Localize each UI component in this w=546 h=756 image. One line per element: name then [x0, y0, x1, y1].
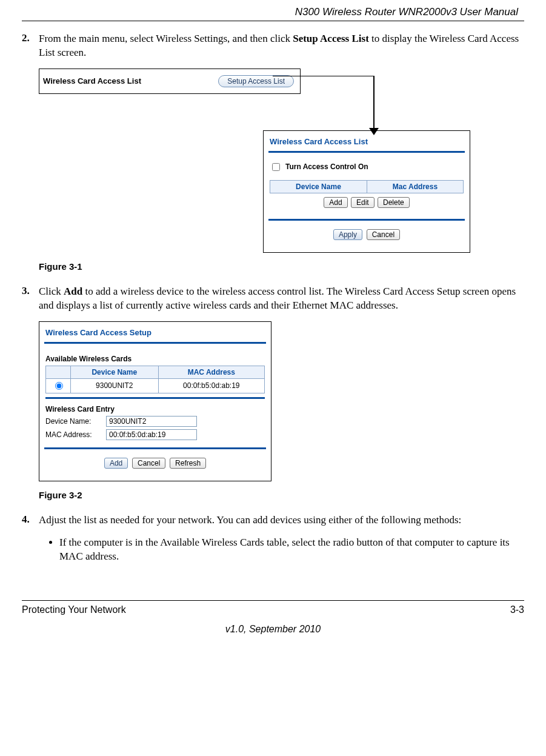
list-item: If the computer is in the Available Wire…	[59, 536, 524, 564]
footer-left: Protecting Your Network	[22, 604, 126, 615]
footer-row: Protecting Your Network 3-3	[22, 604, 524, 615]
step-2-text-a: From the main menu, select Wireless Sett…	[39, 33, 293, 44]
add-button[interactable]: Add	[324, 197, 347, 208]
available-cards-table: Device Name MAC Address 9300UNIT2 00:0f:…	[45, 366, 265, 393]
footer-right: 3-3	[510, 604, 524, 615]
step-3-body: Click Add to add a wireless device to th…	[39, 285, 524, 313]
access-list-bar: Wireless Card Access List Setup Access L…	[39, 69, 301, 94]
dialog-divider	[268, 219, 465, 221]
dialog-divider	[45, 397, 265, 399]
apply-button[interactable]: Apply	[333, 229, 362, 240]
doc-title: N300 Wireless Router WNR2000v3 User Manu…	[22, 6, 524, 18]
step-4-bullets: If the computer is in the Available Wire…	[59, 536, 524, 564]
available-cards-header: Available Wireless Cards	[45, 355, 265, 363]
figure-3-1-caption: Figure 3-1	[39, 261, 524, 272]
cell-device-name: 9300UNIT2	[71, 378, 159, 393]
arrow-head-icon	[369, 128, 379, 135]
step-3-num: 3.	[22, 285, 39, 313]
footer-rule	[22, 600, 524, 601]
step-3-text-b: to add a wireless device to the wireless…	[39, 286, 516, 311]
step-3-text-a: Click	[39, 286, 64, 297]
arrow-horizontal	[273, 76, 373, 77]
step-3-bold: Add	[64, 286, 82, 297]
th-mac-address: MAC Address	[158, 366, 264, 378]
turn-access-control-checkbox[interactable]	[272, 163, 280, 171]
setup-access-list-button[interactable]: Setup Access List	[218, 75, 294, 87]
th-device-name: Device Name	[270, 180, 367, 193]
arrow-vertical	[373, 76, 375, 129]
th-device-name: Device Name	[71, 366, 159, 378]
access-list-dialog: Wireless Card Access List Turn Access Co…	[263, 130, 470, 253]
step-2-body: From the main menu, select Wireless Sett…	[39, 32, 524, 60]
access-list-table: Device Name Mac Address	[270, 180, 464, 193]
device-name-label: Device Name:	[45, 417, 106, 426]
step-2-num: 2.	[22, 32, 39, 60]
step-4-num: 4.	[22, 513, 39, 527]
header-rule	[22, 21, 524, 21]
mac-address-label: MAC Address:	[45, 430, 106, 439]
footer-center: v1.0, September 2010	[22, 624, 524, 635]
access-setup-dialog: Wireless Card Access Setup Available Wir…	[39, 321, 271, 481]
arrow-graphic	[39, 94, 524, 132]
delete-button[interactable]: Delete	[378, 197, 410, 208]
refresh-button[interactable]: Refresh	[170, 458, 206, 469]
step-2: 2. From the main menu, select Wireless S…	[22, 32, 524, 60]
step-2-bold: Setup Access List	[293, 33, 369, 44]
edit-button[interactable]: Edit	[351, 197, 375, 208]
device-name-input[interactable]	[106, 416, 197, 427]
th-mac-address: Mac Address	[367, 180, 463, 193]
th-radio	[46, 366, 71, 378]
card-radio[interactable]	[55, 382, 63, 390]
card-entry-header: Wireless Card Entry	[45, 405, 265, 413]
step-4: 4. Adjust the list as needed for your ne…	[22, 513, 524, 527]
cancel-button[interactable]: Cancel	[367, 229, 400, 240]
access-list-dialog-title: Wireless Card Access List	[264, 131, 470, 151]
step-4-body: Adjust the list as needed for your netwo…	[39, 513, 524, 527]
figure-3-2: Wireless Card Access Setup Available Wir…	[39, 321, 524, 481]
add-button[interactable]: Add	[104, 458, 128, 469]
figure-3-1: Wireless Card Access List Setup Access L…	[39, 69, 524, 253]
turn-access-control-label: Turn Access Control On	[285, 162, 368, 171]
cell-mac-address: 00:0f:b5:0d:ab:19	[158, 378, 264, 393]
table-row: 9300UNIT2 00:0f:b5:0d:ab:19	[46, 378, 265, 393]
cancel-button[interactable]: Cancel	[132, 458, 165, 469]
step-3: 3. Click Add to add a wireless device to…	[22, 285, 524, 313]
dialog-divider	[44, 447, 266, 449]
figure-3-2-caption: Figure 3-2	[39, 490, 524, 500]
access-list-bar-label: Wireless Card Access List	[43, 76, 141, 85]
mac-address-input[interactable]	[106, 429, 197, 440]
access-setup-dialog-title: Wireless Card Access Setup	[39, 322, 271, 342]
